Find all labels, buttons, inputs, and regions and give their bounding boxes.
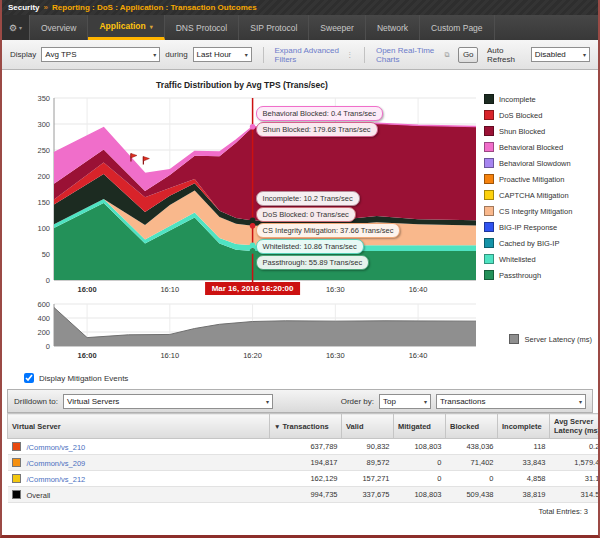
table-row: /Common/vs_209194,81789,572071,40233,843…	[8, 455, 600, 471]
svg-text:16:00: 16:00	[78, 285, 97, 294]
tab-bar: ⚙ ▾ OverviewApplication▾DNS ProtocolSIP …	[2, 15, 598, 40]
tab-dns-protocol[interactable]: DNS Protocol	[165, 15, 240, 40]
legend-swatch	[484, 158, 494, 168]
drilldown-select[interactable]: Virtual Servers ▾	[63, 394, 273, 409]
column-header-transactions[interactable]: ▼Transactions	[270, 414, 342, 439]
legend-swatch	[509, 334, 519, 344]
legend-swatch	[484, 238, 494, 248]
tab-label: DNS Protocol	[176, 23, 228, 33]
tab-label: Network	[377, 23, 408, 33]
order-by-label: Order by:	[341, 397, 374, 406]
legend-swatch	[484, 126, 494, 136]
order-direction-select[interactable]: Top ▾	[379, 394, 431, 409]
expand-icon: ⋮	[346, 51, 353, 59]
traffic-chart-region: 05010015020025030035016:0016:1016:2016:3…	[2, 92, 598, 300]
cell-value: 509,438	[446, 487, 498, 503]
toolbar-divider	[263, 47, 264, 63]
tab-overview[interactable]: Overview	[30, 15, 88, 40]
row-label: Overall	[27, 491, 51, 500]
svg-text:300: 300	[37, 120, 50, 129]
marker-dot	[250, 124, 256, 130]
legend-label: DoS Blocked	[499, 111, 542, 120]
legend-item-incomplete: Incomplete	[484, 94, 592, 104]
chevron-down-icon: ▾	[153, 51, 156, 58]
breadcrumb-path: Reporting : DoS : Application : Transact…	[52, 3, 257, 12]
legend-label: CS Integrity Mitigation	[499, 207, 572, 216]
cell-value: 38,819	[498, 487, 550, 503]
legend-label: Server Latency (ms)	[524, 335, 592, 344]
display-mitigation-events-checkbox[interactable]	[24, 373, 34, 383]
virtual-servers-table: Virtual Server▼TransactionsValidMitigate…	[7, 413, 600, 503]
chart-tooltip: Behavioral Blocked: 0.4 Trans/sec	[256, 106, 383, 121]
legend-label: Behavioral Blocked	[499, 143, 563, 152]
legend-item-captcha-mitigation: CAPTCHA Mitigation	[484, 190, 592, 200]
marker-dot	[250, 218, 256, 224]
chevron-down-icon: ▾	[245, 51, 248, 58]
expand-advanced-filters-link[interactable]: Expand Advanced Filters	[275, 46, 340, 64]
column-header-incomplete[interactable]: Incomplete	[498, 414, 550, 439]
column-header-valid[interactable]: Valid	[342, 414, 394, 439]
time-marker-label: Mar 16, 2016 16:20:00	[205, 282, 301, 295]
tab-sip-protocol[interactable]: SIP Protocol	[239, 15, 309, 40]
chevron-down-icon: ▾	[150, 23, 153, 30]
display-select[interactable]: Avg TPS ▾	[41, 47, 160, 62]
virtual-server-link[interactable]: /Common/vs_212	[27, 475, 86, 484]
chart-title: Traffic Distribution by Avg TPS (Trans/s…	[2, 70, 482, 92]
tab-application[interactable]: Application▾	[88, 15, 164, 40]
toolbar-divider	[364, 47, 365, 63]
svg-text:16:10: 16:10	[160, 285, 179, 294]
chevron-down-icon: ▾	[19, 24, 22, 31]
svg-text:16:30: 16:30	[326, 351, 345, 360]
cell-value: 314.59	[550, 487, 600, 503]
order-field-select[interactable]: Transactions ▾	[436, 394, 586, 409]
virtual-server-link[interactable]: /Common/vs_209	[27, 459, 86, 468]
legend-swatch	[484, 222, 494, 232]
svg-text:200: 200	[37, 328, 50, 337]
cell-value: 0.28	[550, 439, 600, 455]
column-header-avg-server-latency-ms[interactable]: Avg Server Latency (ms)	[550, 414, 600, 439]
row-color-swatch	[12, 442, 21, 451]
legend-item-behavioral-slowdown: Behavioral Slowdown	[484, 158, 592, 168]
display-select-value: Avg TPS	[45, 50, 76, 59]
row-color-swatch	[12, 490, 21, 499]
marker-dot	[250, 242, 256, 248]
table-header-row: Virtual Server▼TransactionsValidMitigate…	[8, 414, 600, 439]
cell-value: 108,803	[394, 439, 446, 455]
cell-value: 194,817	[270, 455, 342, 471]
drilldown-select-value: Virtual Servers	[67, 397, 119, 406]
cell-value: 994,735	[270, 487, 342, 503]
svg-text:16:00: 16:00	[78, 351, 97, 360]
virtual-server-link[interactable]: /Common/vs_210	[27, 443, 86, 452]
during-select-value: Last Hour	[197, 50, 232, 59]
auto-refresh-select[interactable]: Disabled ▾	[531, 47, 590, 62]
svg-text:16:30: 16:30	[326, 285, 345, 294]
chart-tooltip: Whitelisted: 10.86 Trans/sec	[256, 239, 364, 254]
svg-text:16:10: 16:10	[160, 351, 179, 360]
latency-chart-svg: 020040060016:0016:1016:2016:3016:40	[14, 300, 486, 364]
legend-swatch	[484, 94, 494, 104]
tab-label: SIP Protocol	[250, 23, 297, 33]
svg-text:16:40: 16:40	[409, 351, 428, 360]
latency-legend: Server Latency (ms)	[509, 334, 592, 344]
chevron-down-icon: ▾	[424, 398, 427, 405]
during-select[interactable]: Last Hour ▾	[193, 47, 252, 62]
tab-network[interactable]: Network	[366, 15, 420, 40]
column-header-blocked[interactable]: Blocked	[446, 414, 498, 439]
column-header-mitigated[interactable]: Mitigated	[394, 414, 446, 439]
legend-swatch	[484, 142, 494, 152]
marker-dot	[250, 223, 256, 229]
table-row: /Common/vs_212162,129157,271004,85831.15	[8, 471, 600, 487]
tab-label: Sweeper	[320, 23, 354, 33]
column-header-virtual-server[interactable]: Virtual Server	[8, 414, 270, 439]
table-row: /Common/vs_210637,78990,832108,803438,03…	[8, 439, 600, 455]
svg-text:600: 600	[37, 300, 50, 309]
go-button[interactable]: Go	[458, 47, 478, 63]
legend-swatch	[484, 270, 494, 280]
tab-custom-page[interactable]: Custom Page	[420, 15, 495, 40]
tab-sweeper[interactable]: Sweeper	[309, 15, 366, 40]
settings-menu-button[interactable]: ⚙ ▾	[2, 15, 30, 40]
row-color-swatch	[12, 458, 21, 467]
display-mitigation-events-label: Display Mitigation Events	[39, 374, 128, 383]
legend-label: Incomplete	[499, 95, 536, 104]
open-realtime-charts-link[interactable]: Open Real-Time Charts	[376, 46, 438, 64]
